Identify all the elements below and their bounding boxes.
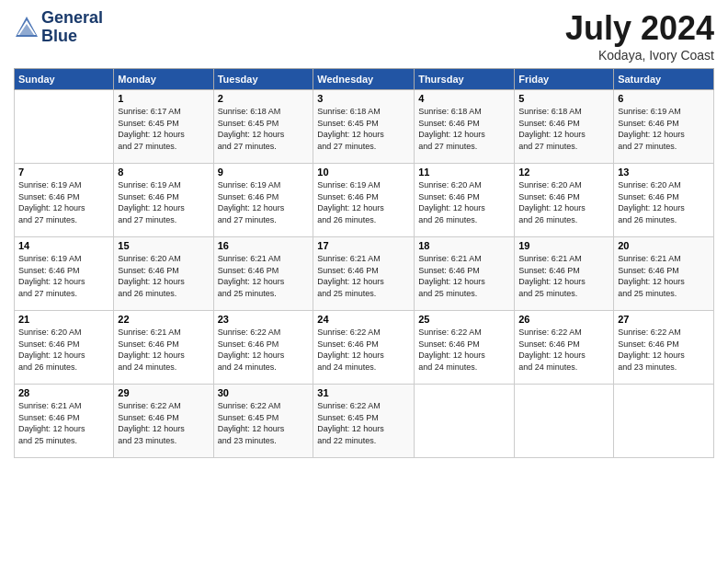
calendar-cell: 9Sunrise: 6:19 AM Sunset: 6:46 PM Daylig… bbox=[213, 164, 313, 237]
calendar-cell: 10Sunrise: 6:19 AM Sunset: 6:46 PM Dayli… bbox=[313, 164, 415, 237]
weekday-header-row: Sunday Monday Tuesday Wednesday Thursday… bbox=[15, 69, 714, 90]
day-info: Sunrise: 6:19 AM Sunset: 6:46 PM Dayligh… bbox=[618, 106, 710, 152]
day-info: Sunrise: 6:21 AM Sunset: 6:46 PM Dayligh… bbox=[218, 253, 310, 299]
header: General Blue July 2024 Kodaya, Ivory Coa… bbox=[14, 9, 714, 63]
day-number: 31 bbox=[317, 387, 410, 398]
day-info: Sunrise: 6:19 AM Sunset: 6:46 PM Dayligh… bbox=[317, 179, 410, 225]
day-info: Sunrise: 6:21 AM Sunset: 6:46 PM Dayligh… bbox=[118, 327, 209, 373]
day-number: 22 bbox=[118, 314, 209, 325]
day-info: Sunrise: 6:22 AM Sunset: 6:46 PM Dayligh… bbox=[118, 400, 209, 446]
day-info: Sunrise: 6:22 AM Sunset: 6:46 PM Dayligh… bbox=[317, 327, 410, 373]
calendar-cell: 20Sunrise: 6:21 AM Sunset: 6:46 PM Dayli… bbox=[614, 237, 714, 311]
day-info: Sunrise: 6:21 AM Sunset: 6:46 PM Dayligh… bbox=[18, 400, 109, 446]
day-number: 10 bbox=[317, 167, 410, 178]
day-number: 29 bbox=[118, 387, 209, 398]
calendar-cell: 30Sunrise: 6:22 AM Sunset: 6:45 PM Dayli… bbox=[213, 385, 313, 458]
day-number: 16 bbox=[218, 240, 310, 251]
day-number: 2 bbox=[218, 93, 310, 104]
calendar-cell: 27Sunrise: 6:22 AM Sunset: 6:46 PM Dayli… bbox=[614, 311, 714, 385]
header-saturday: Saturday bbox=[614, 69, 714, 90]
day-info: Sunrise: 6:20 AM Sunset: 6:46 PM Dayligh… bbox=[18, 327, 109, 373]
day-info: Sunrise: 6:19 AM Sunset: 6:46 PM Dayligh… bbox=[118, 179, 209, 225]
day-number: 28 bbox=[18, 387, 109, 398]
calendar-cell: 7Sunrise: 6:19 AM Sunset: 6:46 PM Daylig… bbox=[15, 164, 114, 237]
day-number: 24 bbox=[317, 314, 410, 325]
day-info: Sunrise: 6:20 AM Sunset: 6:46 PM Dayligh… bbox=[118, 253, 209, 299]
day-info: Sunrise: 6:22 AM Sunset: 6:45 PM Dayligh… bbox=[218, 400, 310, 446]
day-number: 5 bbox=[518, 93, 609, 104]
day-number: 15 bbox=[118, 240, 209, 251]
calendar-cell: 6Sunrise: 6:19 AM Sunset: 6:46 PM Daylig… bbox=[614, 90, 714, 164]
header-friday: Friday bbox=[515, 69, 614, 90]
calendar-cell bbox=[614, 385, 714, 458]
day-number: 11 bbox=[418, 167, 510, 178]
calendar-cell: 11Sunrise: 6:20 AM Sunset: 6:46 PM Dayli… bbox=[415, 164, 515, 237]
logo-line1: General bbox=[41, 9, 103, 28]
day-info: Sunrise: 6:22 AM Sunset: 6:46 PM Dayligh… bbox=[218, 327, 310, 373]
calendar-week-row: 7Sunrise: 6:19 AM Sunset: 6:46 PM Daylig… bbox=[15, 164, 714, 237]
calendar-cell: 16Sunrise: 6:21 AM Sunset: 6:46 PM Dayli… bbox=[213, 237, 313, 311]
calendar-cell: 4Sunrise: 6:18 AM Sunset: 6:46 PM Daylig… bbox=[415, 90, 515, 164]
logo-line2: Blue bbox=[41, 28, 103, 46]
calendar-cell: 25Sunrise: 6:22 AM Sunset: 6:46 PM Dayli… bbox=[415, 311, 515, 385]
day-info: Sunrise: 6:22 AM Sunset: 6:45 PM Dayligh… bbox=[317, 400, 410, 446]
calendar-cell: 15Sunrise: 6:20 AM Sunset: 6:46 PM Dayli… bbox=[114, 237, 213, 311]
logo-area: General Blue bbox=[14, 9, 103, 46]
calendar-cell bbox=[515, 385, 614, 458]
calendar-cell: 26Sunrise: 6:22 AM Sunset: 6:46 PM Dayli… bbox=[515, 311, 614, 385]
day-info: Sunrise: 6:18 AM Sunset: 6:45 PM Dayligh… bbox=[317, 106, 410, 152]
calendar-cell: 31Sunrise: 6:22 AM Sunset: 6:45 PM Dayli… bbox=[313, 385, 415, 458]
header-tuesday: Tuesday bbox=[213, 69, 313, 90]
calendar-cell: 21Sunrise: 6:20 AM Sunset: 6:46 PM Dayli… bbox=[15, 311, 114, 385]
title-area: July 2024 Kodaya, Ivory Coast bbox=[565, 9, 714, 63]
header-sunday: Sunday bbox=[15, 69, 114, 90]
calendar-cell: 24Sunrise: 6:22 AM Sunset: 6:46 PM Dayli… bbox=[313, 311, 415, 385]
day-number: 12 bbox=[518, 167, 609, 178]
calendar-cell: 2Sunrise: 6:18 AM Sunset: 6:45 PM Daylig… bbox=[213, 90, 313, 164]
day-info: Sunrise: 6:22 AM Sunset: 6:46 PM Dayligh… bbox=[618, 327, 710, 373]
day-info: Sunrise: 6:18 AM Sunset: 6:46 PM Dayligh… bbox=[418, 106, 510, 152]
day-number: 26 bbox=[518, 314, 609, 325]
day-info: Sunrise: 6:18 AM Sunset: 6:45 PM Dayligh… bbox=[218, 106, 310, 152]
calendar-cell: 19Sunrise: 6:21 AM Sunset: 6:46 PM Dayli… bbox=[515, 237, 614, 311]
day-number: 9 bbox=[218, 167, 310, 178]
day-number: 27 bbox=[618, 314, 710, 325]
day-number: 18 bbox=[418, 240, 510, 251]
day-info: Sunrise: 6:20 AM Sunset: 6:46 PM Dayligh… bbox=[418, 179, 510, 225]
calendar-cell bbox=[15, 90, 114, 164]
calendar-cell: 3Sunrise: 6:18 AM Sunset: 6:45 PM Daylig… bbox=[313, 90, 415, 164]
calendar-week-row: 28Sunrise: 6:21 AM Sunset: 6:46 PM Dayli… bbox=[15, 385, 714, 458]
calendar-cell: 18Sunrise: 6:21 AM Sunset: 6:46 PM Dayli… bbox=[415, 237, 515, 311]
calendar-cell: 13Sunrise: 6:20 AM Sunset: 6:46 PM Dayli… bbox=[614, 164, 714, 237]
calendar-cell: 5Sunrise: 6:18 AM Sunset: 6:46 PM Daylig… bbox=[515, 90, 614, 164]
day-number: 6 bbox=[618, 93, 710, 104]
day-number: 20 bbox=[618, 240, 710, 251]
calendar-cell: 14Sunrise: 6:19 AM Sunset: 6:46 PM Dayli… bbox=[15, 237, 114, 311]
day-number: 21 bbox=[18, 314, 109, 325]
month-title: July 2024 bbox=[565, 9, 714, 48]
day-number: 14 bbox=[18, 240, 109, 251]
calendar-cell bbox=[415, 385, 515, 458]
day-number: 17 bbox=[317, 240, 410, 251]
day-info: Sunrise: 6:20 AM Sunset: 6:46 PM Dayligh… bbox=[618, 179, 710, 225]
day-number: 4 bbox=[418, 93, 510, 104]
calendar-page: General Blue July 2024 Kodaya, Ivory Coa… bbox=[0, 0, 728, 563]
logo-icon bbox=[14, 15, 40, 40]
day-number: 30 bbox=[218, 387, 310, 398]
day-info: Sunrise: 6:21 AM Sunset: 6:46 PM Dayligh… bbox=[518, 253, 609, 299]
calendar-cell: 12Sunrise: 6:20 AM Sunset: 6:46 PM Dayli… bbox=[515, 164, 614, 237]
day-info: Sunrise: 6:20 AM Sunset: 6:46 PM Dayligh… bbox=[518, 179, 609, 225]
day-number: 3 bbox=[317, 93, 410, 104]
calendar-cell: 17Sunrise: 6:21 AM Sunset: 6:46 PM Dayli… bbox=[313, 237, 415, 311]
day-number: 8 bbox=[118, 167, 209, 178]
location: Kodaya, Ivory Coast bbox=[565, 48, 714, 63]
day-info: Sunrise: 6:17 AM Sunset: 6:45 PM Dayligh… bbox=[118, 106, 209, 152]
day-number: 23 bbox=[218, 314, 310, 325]
calendar-table: Sunday Monday Tuesday Wednesday Thursday… bbox=[14, 68, 714, 458]
day-number: 13 bbox=[618, 167, 710, 178]
calendar-cell: 22Sunrise: 6:21 AM Sunset: 6:46 PM Dayli… bbox=[114, 311, 213, 385]
header-thursday: Thursday bbox=[415, 69, 515, 90]
calendar-week-row: 21Sunrise: 6:20 AM Sunset: 6:46 PM Dayli… bbox=[15, 311, 714, 385]
calendar-cell: 1Sunrise: 6:17 AM Sunset: 6:45 PM Daylig… bbox=[114, 90, 213, 164]
day-info: Sunrise: 6:21 AM Sunset: 6:46 PM Dayligh… bbox=[418, 253, 510, 299]
